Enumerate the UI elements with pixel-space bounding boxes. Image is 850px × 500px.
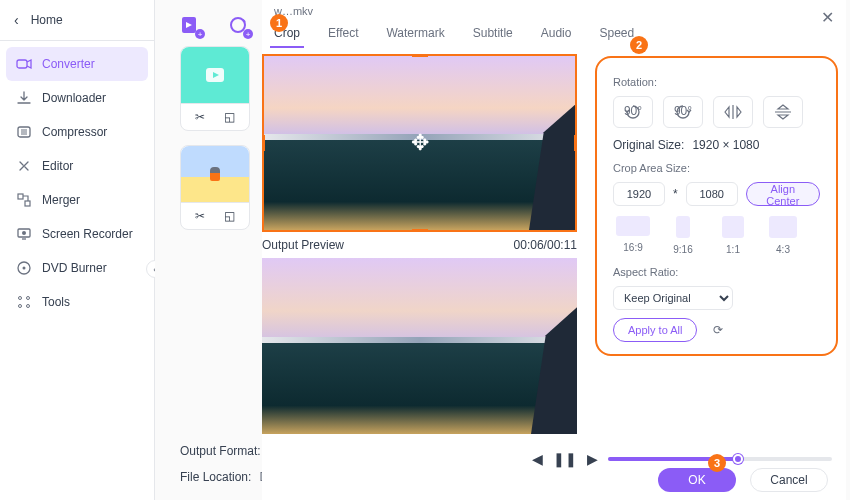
timeline-thumb[interactable] [733,454,743,464]
output-format-label: Output Format: [180,444,261,458]
plus-icon: + [243,29,253,39]
file-location-label: File Location: [180,470,251,484]
ar-1-1[interactable]: 1:1 [713,216,753,256]
sidebar-item-merger[interactable]: Merger [6,183,148,217]
ar-16-9[interactable]: 16:9 [613,216,653,256]
svg-point-13 [231,18,245,32]
svg-point-8 [19,297,22,300]
crop-modal: ✕ w…mkv 1 2 3 Crop Effect Watermark Subt… [262,0,846,500]
svg-rect-2 [18,194,23,199]
callout-1: 1 [270,14,288,32]
size-sep: * [673,187,678,201]
crop-width-input[interactable] [613,182,665,206]
crop-preview[interactable]: ✥ [262,54,577,232]
rotate-cw-button[interactable]: 90° [663,96,703,128]
home-label: Home [31,13,63,27]
crop-icon[interactable]: ◱ [224,209,235,223]
tab-watermark[interactable]: Watermark [382,22,448,48]
sidebar-item-label: Editor [42,159,73,173]
playback-controls: ◀ ❚❚ ▶ [532,451,832,467]
svg-point-9 [27,297,30,300]
clip-card-2[interactable]: ✂ ◱ [180,145,250,230]
reset-icon[interactable]: ⟳ [709,321,727,339]
dvd-icon [16,260,32,276]
pause-button[interactable]: ❚❚ [553,451,577,467]
sidebar-item-compressor[interactable]: Compressor [6,115,148,149]
rotation-label: Rotation: [613,76,820,88]
callout-3: 3 [708,454,726,472]
sidebar-item-label: Downloader [42,91,106,105]
svg-text:90°: 90° [624,104,642,118]
tab-subtitle[interactable]: Subtitle [469,22,517,48]
svg-point-7 [23,267,26,270]
close-icon[interactable]: ✕ [821,8,834,27]
svg-text:90°: 90° [674,104,692,118]
tab-effect[interactable]: Effect [324,22,362,48]
original-size-label: Original Size: [613,138,684,152]
svg-rect-3 [25,201,30,206]
download-icon [16,90,32,106]
sidebar-item-downloader[interactable]: Downloader [6,81,148,115]
svg-point-11 [27,305,30,308]
crop-icon[interactable]: ◱ [224,110,235,124]
output-preview [262,258,577,434]
move-handle-icon[interactable]: ✥ [411,130,429,156]
rotate-ccw-button[interactable]: 90° [613,96,653,128]
sidebar: ‹ Home Converter Downloader Compressor E… [0,0,155,500]
crop-area-label: Crop Area Size: [613,162,820,174]
sidebar-item-label: DVD Burner [42,261,107,275]
sidebar-item-screen-recorder[interactable]: Screen Recorder [6,217,148,251]
original-size-value: 1920 × 1080 [692,138,759,152]
merger-icon [16,192,32,208]
tab-audio[interactable]: Audio [537,22,576,48]
compressor-icon [16,124,32,140]
sidebar-item-dvd-burner[interactable]: DVD Burner [6,251,148,285]
svg-rect-0 [17,60,27,68]
sidebar-item-editor[interactable]: Editor [6,149,148,183]
sidebar-item-label: Merger [42,193,80,207]
tab-bar: Crop Effect Watermark Subtitle Audio Spe… [262,0,846,54]
sidebar-item-label: Tools [42,295,70,309]
tools-icon [16,294,32,310]
sidebar-item-label: Compressor [42,125,107,139]
sidebar-item-tools[interactable]: Tools [6,285,148,319]
flip-horizontal-button[interactable] [713,96,753,128]
plus-icon: + [195,29,205,39]
crop-settings: Rotation: 90° 90° Original Size: 1920 × … [595,56,838,356]
back-icon: ‹ [14,12,19,28]
flip-vertical-button[interactable] [763,96,803,128]
time-label: 00:06/00:11 [514,238,577,252]
svg-point-10 [19,305,22,308]
ar-9-16[interactable]: 9:16 [663,216,703,256]
add-file-button[interactable]: + [180,14,202,36]
add-url-button[interactable]: + [228,14,250,36]
sidebar-item-label: Converter [42,57,95,71]
cut-icon[interactable]: ✂ [195,110,205,124]
aspect-ratio-select[interactable]: Keep Original [613,286,733,310]
crop-height-input[interactable] [686,182,738,206]
sidebar-item-converter[interactable]: Converter [6,47,148,81]
sidebar-home[interactable]: ‹ Home [0,0,154,41]
svg-point-5 [22,231,26,235]
cut-icon[interactable]: ✂ [195,209,205,223]
ok-button[interactable]: OK [658,468,736,492]
aspect-ratio-label: Aspect Ratio: [613,266,820,278]
editor-icon [16,158,32,174]
align-center-button[interactable]: Align Center [746,182,820,206]
ar-4-3[interactable]: 4:3 [763,216,803,256]
prev-button[interactable]: ◀ [532,451,543,467]
converter-icon [16,56,32,72]
clip-thumb [181,146,249,202]
next-button[interactable]: ▶ [587,451,598,467]
sidebar-item-label: Screen Recorder [42,227,133,241]
apply-to-all-button[interactable]: Apply to All [613,318,697,342]
callout-2: 2 [630,36,648,54]
clip-thumb [181,47,249,103]
cancel-button[interactable]: Cancel [750,468,828,492]
clip-card-1[interactable]: ✂ ◱ [180,46,250,131]
output-preview-label: Output Preview [262,238,344,252]
screen-recorder-icon [16,226,32,242]
